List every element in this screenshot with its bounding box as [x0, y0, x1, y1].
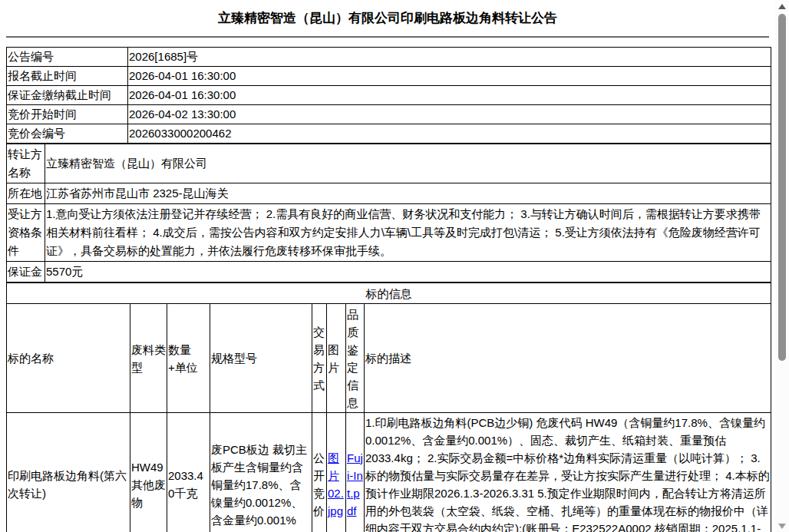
row-label: 报名截止时间: [7, 67, 128, 86]
row-value: 江苏省苏州市昆山市 2325-昆山海关: [45, 183, 771, 204]
row-value: 5570元: [45, 262, 771, 283]
row-value: 1.意向受让方须依法注册登记并存续经营； 2.需具有良好的商业信营、财务状况和支…: [45, 204, 771, 262]
col-header-image: 图片: [327, 304, 346, 413]
info-table: 公告编号 2026[1685]号 报名截止时间 2026-04-01 16:30…: [6, 47, 771, 144]
row-label: 保证金缴纳截止时间: [7, 86, 128, 105]
table-row: 所在地 江苏省苏州市昆山市 2325-昆山海关: [7, 183, 771, 204]
item-quantity: 2033.40千克: [167, 413, 210, 532]
row-value: 2026-04-01 16:30:00: [128, 86, 771, 105]
announcement-page: 立臻精密智造（昆山）有限公司印刷电路板边角料转让公告 公告编号 2026[168…: [0, 0, 775, 532]
scroll-down-arrow-icon[interactable]: [778, 524, 786, 529]
scrollbar-thumb[interactable]: [778, 14, 786, 361]
row-label: 保证金: [7, 262, 45, 283]
items-table: 标的信息 标的名称 废料类型 数量+单位 规格型号 交易方式 图片 品质鉴定信息…: [6, 283, 771, 532]
vertical-scrollbar[interactable]: [775, 0, 789, 532]
row-label: 受让方资格条件: [7, 204, 45, 262]
col-header-waste-type: 废料类型: [130, 304, 167, 413]
scroll-up-arrow-icon[interactable]: [778, 4, 786, 9]
col-header-name: 标的名称: [7, 304, 130, 413]
table-row: 竞价开始时间 2026-04-02 13:30:00: [7, 105, 771, 124]
item-image-link[interactable]: 图片02.jpg: [328, 451, 344, 517]
item-image-cell: 图片02.jpg: [327, 413, 346, 532]
item-trade-mode: 公开竞价: [312, 413, 327, 532]
section-title: 标的信息: [7, 283, 771, 304]
row-label: 竞价会编号: [7, 124, 128, 144]
section-title-row: 标的信息: [7, 283, 771, 304]
item-description: 1.印刷电路板边角料(PCB边少铜) 危废代码 HW49（含铜量约17.8%、含…: [365, 413, 771, 532]
row-label: 转让方名称: [7, 144, 45, 183]
table-row: 报名截止时间 2026-04-01 16:30:00: [7, 67, 771, 86]
transferor-table: 转让方名称 立臻精密智造（昆山）有限公司 所在地 江苏省苏州市昆山市 2325-…: [6, 144, 771, 283]
item-spec: 废PCB板边 裁切主板产生含铜量约含铜量约17.8%、含镍量约0.0012%、含…: [210, 413, 312, 532]
row-value: 2026033000200462: [128, 124, 771, 144]
col-header-quality: 品质鉴定信息: [346, 304, 365, 413]
row-label: 所在地: [7, 183, 45, 204]
row-label: 竞价开始时间: [7, 105, 128, 124]
header-row: 标的名称 废料类型 数量+单位 规格型号 交易方式 图片 品质鉴定信息 标的描述: [7, 304, 771, 413]
table-row: 竞价会编号 2026033000200462: [7, 124, 771, 144]
row-value: 2026-04-01 16:30:00: [128, 67, 771, 86]
row-value: 2026[1685]号: [128, 48, 771, 67]
item-waste-type: HW49其他废物: [130, 413, 167, 532]
divider: [6, 36, 769, 38]
item-row: 印刷电路板边角料(第六次转让) HW49其他废物 2033.40千克 废PCB板…: [7, 413, 771, 532]
table-row: 保证金缴纳截止时间 2026-04-01 16:30:00: [7, 86, 771, 105]
table-row: 保证金 5570元: [7, 262, 771, 283]
row-label: 公告编号: [7, 48, 128, 67]
row-value: 2026-04-02 13:30:00: [128, 105, 771, 124]
col-header-trade-mode: 交易方式: [312, 304, 327, 413]
item-name: 印刷电路板边角料(第六次转让): [7, 413, 130, 532]
table-row: 受让方资格条件 1.意向受让方须依法注册登记并存续经营； 2.需具有良好的商业信…: [7, 204, 771, 262]
page-title: 立臻精密智造（昆山）有限公司印刷电路板边角料转让公告: [6, 10, 769, 26]
row-value: 立臻精密智造（昆山）有限公司: [45, 144, 771, 183]
col-header-quantity: 数量+单位: [167, 304, 210, 413]
col-header-description: 标的描述: [365, 304, 771, 413]
item-quality-report-link[interactable]: Fuji-Int.pdf: [347, 451, 363, 517]
table-row: 公告编号 2026[1685]号: [7, 48, 771, 67]
item-quality-cell: Fuji-Int.pdf: [346, 413, 365, 532]
col-header-spec: 规格型号: [210, 304, 312, 413]
table-row: 转让方名称 立臻精密智造（昆山）有限公司: [7, 144, 771, 183]
